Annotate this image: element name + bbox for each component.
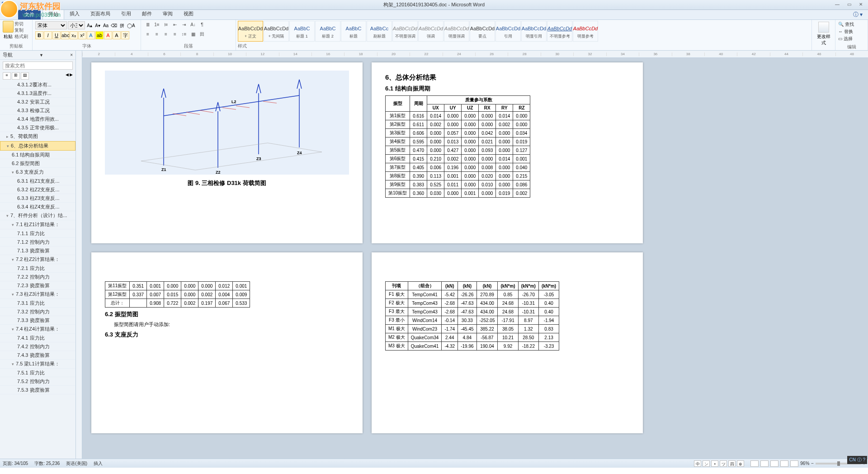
ribbon-tab-5[interactable]: 审阅 xyxy=(157,9,178,19)
nav-view-results[interactable]: ▤ xyxy=(21,72,29,80)
numbering-button[interactable]: 1≡ xyxy=(153,21,161,29)
align-center-button[interactable]: ≡ xyxy=(153,30,161,38)
nav-item[interactable]: ▾7.5 梁L1计算结果： xyxy=(0,360,75,369)
ribbon-tab-4[interactable]: 邮件 xyxy=(137,9,157,19)
style-标题 1[interactable]: AaBbC标题 1 xyxy=(289,21,315,42)
show-marks-button[interactable]: ¶ xyxy=(198,21,206,29)
grow-font-button[interactable]: A▴ xyxy=(86,22,93,29)
nav-item[interactable]: 6.3.3 柱Z3支座反... xyxy=(0,194,75,203)
tray-icon[interactable]: • xyxy=(711,460,718,467)
zoom-out-button[interactable]: − xyxy=(811,461,814,466)
nav-item[interactable]: ▾7.4 柱Z4计算结果： xyxy=(0,325,75,334)
maximize-button[interactable]: ▭ xyxy=(844,2,854,8)
ribbon-tab-6[interactable]: 视图 xyxy=(178,9,199,19)
nav-search-input[interactable] xyxy=(3,62,73,70)
font-name-select[interactable]: 宋体 xyxy=(35,21,67,29)
style-标题 2[interactable]: AaBbC标题 2 xyxy=(315,21,340,42)
nav-item[interactable]: 7.3.2 控制内力 xyxy=(0,308,75,316)
nav-item[interactable]: 4.3.5 正常使用极... xyxy=(0,123,75,132)
shading-button[interactable]: ▦ xyxy=(189,30,197,38)
style-强调[interactable]: AaBbCcDd强调 xyxy=(418,21,443,42)
nav-item[interactable]: 7.2.3 挠度验算 xyxy=(0,281,75,290)
file-tab[interactable]: 文件 xyxy=(18,10,41,19)
nav-item[interactable]: 7.1.2 控制内力 xyxy=(0,238,75,246)
minimize-button[interactable]: — xyxy=(833,2,842,8)
style-+ 正文[interactable]: AaBbCcDd+ 正文 xyxy=(238,21,263,42)
superscript-button[interactable]: x² xyxy=(78,31,86,39)
nav-item[interactable]: 4.3.1.2覆冰有... xyxy=(0,81,75,89)
nav-item[interactable]: 4.3.1.3温度作... xyxy=(0,89,75,98)
style-+ 无间隔[interactable]: AaBbCcDd+ 无间隔 xyxy=(264,21,289,42)
font-color-button[interactable]: A xyxy=(104,31,112,39)
format-painter-button[interactable]: 格式刷 xyxy=(14,33,28,40)
nav-item[interactable]: ▾7.3 柱Z3计算结果： xyxy=(0,290,75,299)
nav-item[interactable]: 7.3.3 挠度验算 xyxy=(0,316,75,325)
view-fullscreen[interactable] xyxy=(760,460,769,467)
nav-item[interactable]: ▾7、杆件分析（设计）结... xyxy=(0,211,75,220)
copy-button[interactable]: 复制 xyxy=(14,27,28,33)
change-styles-button[interactable]: 更改样式 xyxy=(815,21,832,46)
nav-item[interactable]: ▸5、荷载简图 xyxy=(0,132,75,141)
subscript-button[interactable]: x₂ xyxy=(70,31,78,39)
paste-button[interactable]: 粘贴 xyxy=(3,21,14,40)
nav-item[interactable]: 7.5.2 控制内力 xyxy=(0,377,75,386)
align-left-button[interactable]: ≡ xyxy=(144,30,152,38)
highlight-button[interactable]: ab xyxy=(95,31,104,39)
ribbon-tab-3[interactable]: 引用 xyxy=(116,9,137,19)
style-明显强调[interactable]: AaBbCcDd明显强调 xyxy=(444,21,469,42)
nav-item[interactable]: 6.1 结构自振周期 xyxy=(0,151,75,159)
status-page[interactable]: 页面: 34/105 xyxy=(3,460,28,467)
nav-item[interactable]: 4.3.2 安装工况 xyxy=(0,98,75,106)
justify-button[interactable]: ≡ xyxy=(171,30,179,38)
nav-item[interactable]: 7.5.3 挠度验算 xyxy=(0,386,75,394)
nav-close-button[interactable]: × xyxy=(70,52,73,57)
nav-item[interactable]: 4.3.4 地震作用效... xyxy=(0,115,75,123)
bullets-button[interactable]: ≣ xyxy=(144,21,152,29)
style-标题[interactable]: AaBbC标题 xyxy=(341,21,366,42)
style-副标题[interactable]: AaBbCc副标题 xyxy=(367,21,392,42)
nav-item[interactable]: 7.1.3 挠度验算 xyxy=(0,246,75,255)
style-引用[interactable]: AaBbCcDd引用 xyxy=(495,21,521,42)
status-zoom[interactable]: 96% xyxy=(800,461,809,466)
ime-bar[interactable]: CN ⓘ ? xyxy=(847,456,867,464)
document-area[interactable]: 2468101214161820222426283032343638404244… xyxy=(82,51,868,459)
nav-dropdown-icon[interactable]: ▼ xyxy=(39,53,43,57)
nav-tree-prev[interactable]: ◀ xyxy=(66,72,69,80)
nav-item[interactable]: 7.3.1 应力比 xyxy=(0,299,75,308)
nav-item[interactable]: 6.3.2 柱Z2支座反... xyxy=(0,185,75,194)
status-insert[interactable]: 插入 xyxy=(94,460,103,467)
align-right-button[interactable]: ≡ xyxy=(162,30,170,38)
view-print-layout[interactable] xyxy=(750,460,759,467)
text-effects-button[interactable]: A xyxy=(87,31,95,39)
nav-item[interactable]: 6.3.4 柱Z4支座反... xyxy=(0,203,75,211)
clear-format-button[interactable]: ⌫ xyxy=(110,22,118,29)
tray-icon[interactable]: ツ xyxy=(720,460,727,467)
nav-item[interactable]: 7.4.2 控制内力 xyxy=(0,342,75,351)
status-words[interactable]: 字数: 25,236 xyxy=(34,460,60,467)
cut-button[interactable]: 剪切 xyxy=(14,21,28,27)
char-border-button[interactable]: A xyxy=(113,31,121,39)
line-spacing-button[interactable]: ↕≡ xyxy=(180,30,188,38)
status-lang[interactable]: 英语(美国) xyxy=(66,460,87,467)
nav-item[interactable]: 7.4.3 挠度验算 xyxy=(0,351,75,360)
decrease-indent-button[interactable]: ⇤ xyxy=(171,21,179,29)
ribbon-tab-0[interactable]: 开始 xyxy=(42,9,64,19)
nav-item[interactable]: 7.5.1 应力比 xyxy=(0,369,75,377)
tray-icon[interactable]: 中 xyxy=(694,460,701,467)
italic-button[interactable]: I xyxy=(44,31,52,39)
replace-button[interactable]: ↔ 替换 xyxy=(838,28,865,35)
underline-button[interactable]: U xyxy=(52,31,61,39)
tray-icon[interactable]: ン xyxy=(703,460,710,467)
tray-icon[interactable]: ⊕ xyxy=(737,460,744,467)
font-size-select[interactable]: 小三 xyxy=(68,21,85,29)
nav-item[interactable]: ▾6.3 支座反力 xyxy=(0,168,75,177)
nav-view-headings[interactable]: ≡ xyxy=(3,72,11,80)
nav-item[interactable]: 7.2.2 控制内力 xyxy=(0,273,75,281)
nav-item[interactable]: 7.2.1 应力比 xyxy=(0,264,75,273)
tray-icon[interactable]: 四 xyxy=(728,460,736,467)
style-要点[interactable]: AaBbCcDd要点 xyxy=(470,21,495,42)
style-明显引用[interactable]: AaBbCcDd明显引用 xyxy=(521,21,547,42)
nav-item[interactable]: 7.1.1 应力比 xyxy=(0,229,75,238)
bold-button[interactable]: B xyxy=(35,31,43,39)
change-case-button[interactable]: Aa xyxy=(102,22,109,29)
